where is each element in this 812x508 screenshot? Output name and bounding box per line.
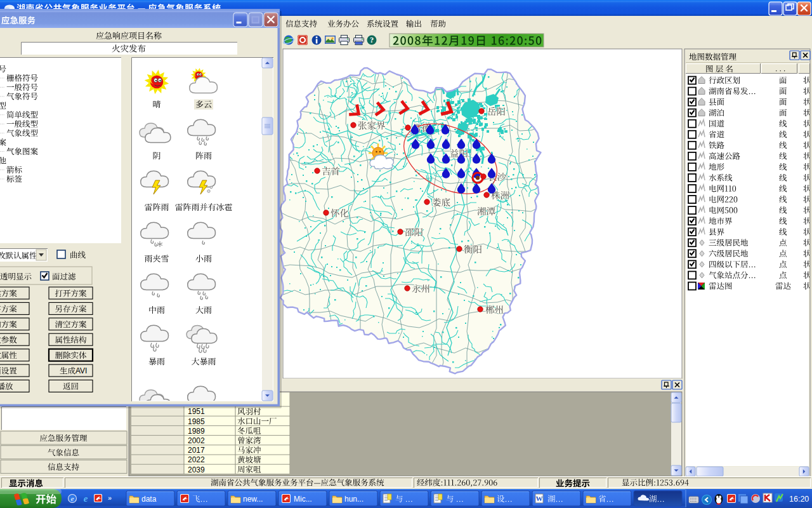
svg-text:1951: 1951: [188, 407, 205, 416]
svg-text:W: W: [536, 495, 543, 502]
svg-text:»: »: [108, 494, 112, 502]
svg-text:e: e: [84, 493, 88, 504]
svg-text:hun...: hun...: [344, 495, 363, 504]
svg-text:1985: 1985: [188, 417, 205, 426]
svg-text:2039: 2039: [188, 465, 205, 474]
svg-text:new...: new...: [243, 495, 263, 504]
svg-text:2002: 2002: [188, 436, 205, 445]
svg-text:e: e: [71, 495, 74, 502]
svg-text:?: ?: [370, 36, 374, 44]
svg-text:2017: 2017: [188, 446, 205, 455]
svg-text:AVI: AVI: [75, 366, 87, 375]
svg-text:data: data: [141, 495, 157, 504]
svg-text:16:20: 16:20: [789, 495, 809, 504]
svg-text:1989: 1989: [188, 427, 205, 436]
svg-text:Mic...: Mic...: [294, 495, 312, 504]
svg-text:2022: 2022: [188, 455, 205, 464]
